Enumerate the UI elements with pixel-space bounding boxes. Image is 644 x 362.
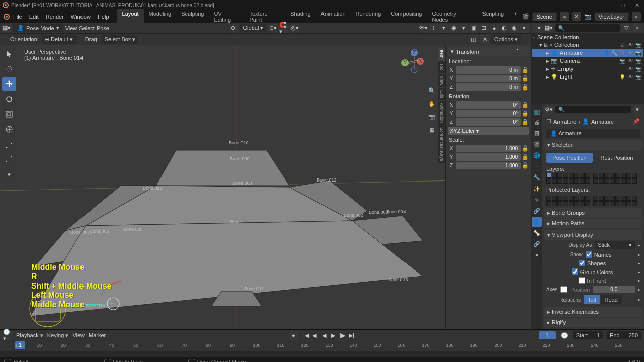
outliner-mode-icon[interactable]: ≡▾ (533, 23, 542, 32)
transform-tool[interactable] (2, 122, 16, 136)
transform-header[interactable]: ▾ Transform⋮⋮ (448, 47, 529, 56)
maximize-button[interactable]: □ (618, 2, 628, 9)
ol-collection[interactable]: ▾ ☑ ▫Collection☑👁📷 (532, 41, 643, 49)
prop-search[interactable]: 🔍 (555, 106, 631, 113)
ik-header[interactable]: ▸ Inverse Kinematics (544, 307, 642, 317)
visibility-icon[interactable]: 👁▾ (419, 24, 428, 33)
lock-icon[interactable]: 🔒 (522, 119, 529, 125)
layer-grid[interactable] (546, 173, 640, 184)
next-key-icon[interactable]: |▶ (338, 332, 346, 339)
ol-empty[interactable]: ▸ ✛Empty👁📷 (532, 65, 643, 73)
ctx-material[interactable]: ● (532, 250, 542, 260)
path-obj[interactable]: Armature (553, 119, 576, 125)
xray-icon[interactable]: ▣ (469, 24, 478, 33)
workspace-tab-modeling[interactable]: Modeling (144, 9, 177, 25)
workspace-tab-uv[interactable]: UV Editing (209, 9, 244, 25)
viewlayer-selector[interactable]: ViewLayer (594, 12, 629, 21)
check-axes[interactable] (560, 286, 567, 293)
snap-icon[interactable]: 🧲▾ (279, 24, 288, 33)
prev-key-icon[interactable]: ◀| (311, 332, 319, 339)
auto-key-icon[interactable]: ● (289, 331, 298, 340)
start-frame-field[interactable]: Start1 (573, 331, 603, 339)
orient-selector[interactable]: Global ▾ (240, 24, 267, 32)
tl-playback[interactable]: Playback ▾ (16, 332, 43, 339)
drag-dd[interactable]: Select Box ▾ (102, 35, 139, 44)
proportional-icon[interactable]: ◎▾ (290, 24, 299, 33)
options-icon-1[interactable]: ◫ (469, 35, 478, 44)
relations-head[interactable]: Head (601, 295, 622, 304)
check-group-colors[interactable]: Group Colors (572, 268, 613, 275)
loc-x-field[interactable]: 0 m (456, 66, 521, 74)
pivot-icon[interactable]: ⊙▾ (268, 24, 277, 33)
menu-help[interactable]: Help (95, 14, 112, 20)
ctx-constraint[interactable]: 🔗 (532, 206, 542, 216)
ctx-object[interactable]: ▫ (532, 161, 542, 171)
ntab-screencast[interactable]: Screencast Keys (438, 125, 445, 163)
rot-x-field[interactable]: 0° (456, 101, 521, 109)
play-reverse-icon[interactable]: ◀ (320, 332, 328, 339)
ctx-bone-constraint[interactable]: 🔗 (532, 239, 542, 249)
relations-tail[interactable]: Tail (584, 295, 600, 304)
pan-icon[interactable]: ✋ (426, 98, 437, 109)
prop-editor-icon[interactable]: ⚙▾ (544, 105, 553, 114)
outliner-new-coll-icon[interactable]: ▫ (633, 23, 642, 32)
tl-keying[interactable]: Keying ▾ (47, 332, 69, 339)
lock-icon[interactable]: 🔓 (522, 67, 529, 73)
ctx-scene[interactable]: 🎬 (532, 139, 542, 149)
rotate-tool[interactable] (2, 92, 16, 106)
ol-camera[interactable]: ▸ 📷Camera📷👁📷 (532, 57, 643, 65)
scale-y-field[interactable]: 1.000 (456, 153, 521, 161)
close-button[interactable]: ✕ (632, 2, 642, 9)
scene-delete-icon[interactable]: ✕ (572, 12, 581, 21)
workspace-tab-scripting[interactable]: Scripting (477, 9, 509, 25)
ntab-edit[interactable]: Edit (438, 88, 445, 100)
path-arm[interactable]: Armature (591, 119, 614, 125)
shading-menu-icon[interactable]: ▾ (520, 24, 529, 33)
workspace-tab-compositing[interactable]: Compositing (386, 9, 427, 25)
header-select[interactable]: Select (79, 25, 95, 31)
scene-selector[interactable]: Scene (532, 12, 557, 21)
lock-icon[interactable]: 🔒 (522, 110, 529, 117)
skeleton-header[interactable]: ▾ Skeleton (544, 140, 642, 150)
loc-y-field[interactable]: 0 m (456, 75, 521, 82)
ntab-view[interactable]: View (438, 74, 445, 87)
rot-y-field[interactable]: 0° (456, 110, 521, 117)
lock-icon[interactable]: 🔓 (522, 145, 529, 152)
menu-edit[interactable]: Edit (26, 14, 42, 20)
rot-z-field[interactable]: 0° (456, 118, 521, 126)
workspace-tab-animation[interactable]: Animation (316, 9, 351, 25)
orientation-icon[interactable]: ⊕ (229, 24, 238, 33)
zoom-icon[interactable]: 🔍 (426, 85, 437, 96)
camera-view-icon[interactable]: 📷 (426, 111, 437, 122)
extra-tool[interactable]: ▾ (2, 167, 16, 182)
outliner-filter-icon[interactable]: ▽ (622, 23, 631, 32)
menu-window[interactable]: Window (68, 14, 94, 20)
ntab-anim[interactable]: Animation (438, 101, 445, 125)
ctx-world[interactable]: 🌐 (532, 150, 542, 160)
ol-scene-collection[interactable]: ▫Scene Collection (532, 34, 643, 41)
lock-icon[interactable]: 🔓 (522, 75, 529, 82)
gizmo-menu-icon[interactable]: ▾ (439, 24, 448, 33)
editor-type-icon[interactable]: ▦▾ (2, 24, 11, 33)
lock-icon[interactable]: 🔓 (522, 154, 529, 160)
ctx-render[interactable]: 📺 (532, 106, 542, 116)
check-in-front[interactable]: In Front (579, 277, 606, 284)
shading-wire-icon[interactable]: ⊞ (479, 24, 489, 33)
play-icon[interactable]: ▶ (329, 332, 337, 339)
bone-groups-header[interactable]: ▸ Bone Groups (544, 208, 642, 218)
tl-view[interactable]: View (72, 332, 85, 338)
cursor-tool[interactable] (2, 62, 16, 76)
axes-pos-field[interactable]: 0.0 (593, 286, 635, 293)
workspace-tab-shading[interactable]: Shading (285, 9, 315, 25)
workspace-tab-sculpting[interactable]: Sculpting (176, 9, 209, 25)
nav-gizmo[interactable]: X Y Z (395, 49, 430, 84)
jump-start-icon[interactable]: |◀ (302, 332, 310, 339)
measure-tool[interactable] (2, 152, 16, 166)
outliner-display-icon[interactable]: ▦▾ (544, 23, 553, 32)
shading-render-icon[interactable]: ◉ (510, 24, 519, 33)
move-tool[interactable] (2, 77, 16, 91)
jump-end-icon[interactable]: ▶| (347, 332, 355, 339)
preview-range-icon[interactable]: 🕐 (560, 331, 569, 340)
lock-icon[interactable]: 🔓 (522, 84, 529, 90)
minimize-button[interactable]: — (604, 2, 614, 9)
